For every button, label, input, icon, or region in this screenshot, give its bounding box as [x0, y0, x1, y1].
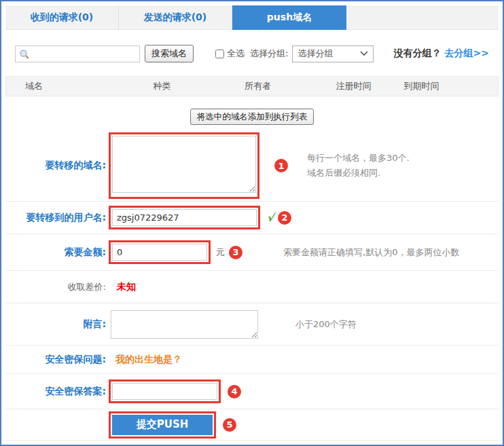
- chevron-down-icon: [360, 51, 368, 56]
- amount-label: 索要金额:: [5, 246, 106, 259]
- row-amount: 索要金额: 元 3 索要金额请正确填写,默认为0，最多两位小数: [5, 234, 499, 270]
- search-input[interactable]: [16, 46, 139, 62]
- domains-hint-line2: 域名后缀必须相同.: [307, 166, 410, 181]
- row-security-answer: 安全密保答案: 4: [5, 373, 499, 409]
- amount-unit: 元: [216, 246, 225, 259]
- amount-highlight-box: [109, 240, 211, 264]
- tab-push-domain[interactable]: push域名: [232, 5, 346, 30]
- tabbar-filler: [346, 5, 499, 29]
- row-message: 附言: 小于200个字符: [5, 303, 499, 345]
- row-security-question: 安全密保问题: 我的出生地是？: [5, 345, 499, 373]
- bottom-divider: [5, 440, 499, 441]
- step-badge-1: 1: [274, 159, 288, 172]
- amount-input[interactable]: [112, 244, 207, 261]
- select-all-label: 全选: [227, 48, 245, 60]
- row-username: 要转移到的用户名: √ 2: [5, 201, 499, 234]
- security-question-value: 我的出生地是？: [115, 354, 182, 366]
- step-badge-4: 4: [228, 385, 241, 398]
- security-question-label: 安全密保问题:: [5, 354, 106, 366]
- tab-sent-requests[interactable]: 发送的请求(0): [119, 5, 232, 30]
- search-icon: [19, 49, 30, 60]
- message-hint: 小于200个字符: [295, 317, 357, 332]
- username-label: 要转移到的用户名:: [5, 212, 106, 224]
- price-diff-value: 未知: [117, 281, 136, 293]
- tab-received-requests[interactable]: 收到的请求(0): [5, 5, 119, 30]
- security-answer-label: 安全密保答案:: [5, 386, 106, 398]
- select-all-checkbox[interactable]: [215, 50, 224, 58]
- col-domain: 域名: [6, 80, 134, 92]
- row-price-diff: 收取差价: 未知: [5, 270, 499, 303]
- group-links: 没有分组？ 去分组>>: [394, 48, 489, 60]
- domains-label: 要转移的域名:: [5, 160, 106, 172]
- no-group-text: 没有分组？: [394, 48, 442, 58]
- col-type: 种类: [134, 80, 226, 92]
- submit-push-button[interactable]: 提交PUSH: [112, 415, 213, 435]
- toolbar: 搜索域名 全选 选择分组: 选择分组 没有分组？ 去分组>>: [5, 42, 499, 65]
- go-group-link[interactable]: 去分组>>: [445, 48, 489, 58]
- amount-hint: 索要金额请正确填写,默认为0，最多两位小数: [283, 245, 459, 260]
- add-row: 将选中的域名添加到执行列表: [5, 109, 499, 125]
- select-all-group: 全选: [215, 48, 245, 60]
- add-selected-domains-button[interactable]: 将选中的域名添加到执行列表: [190, 109, 314, 125]
- domains-highlight-box: [109, 132, 259, 199]
- username-highlight-box: [109, 206, 260, 229]
- message-label: 附言:: [5, 318, 106, 331]
- push-form: 要转移的域名: 1 每行一个域名，最多30个. 域名后缀必须相同. 要转移到的用…: [5, 130, 499, 441]
- step-badge-2: 2: [278, 211, 291, 225]
- step-badge-5: 5: [223, 418, 236, 432]
- username-valid-check-icon: √: [267, 212, 274, 224]
- domains-hint-line1: 每行一个域名，最多30个.: [307, 151, 410, 166]
- security-answer-highlight-box: [109, 379, 221, 403]
- group-select[interactable]: 选择分组: [292, 45, 374, 62]
- price-diff-label: 收取差价:: [5, 281, 106, 293]
- submit-highlight-box: 提交PUSH: [109, 411, 216, 439]
- col-exp-date: 到期时间: [384, 80, 498, 92]
- col-reg-date: 注册时间: [317, 80, 385, 92]
- tab-bar: 收到的请求(0) 发送的请求(0) push域名: [5, 5, 499, 30]
- row-domains: 要转移的域名: 1 每行一个域名，最多30个. 域名后缀必须相同.: [5, 130, 499, 201]
- message-textarea[interactable]: [111, 310, 258, 339]
- search-domain-button[interactable]: 搜索域名: [145, 45, 194, 62]
- group-select-value: 选择分组: [298, 48, 333, 60]
- push-domain-page: 收到的请求(0) 发送的请求(0) push域名 搜索域名 全选 选择分组: 选…: [0, 0, 504, 446]
- group-select-label: 选择分组:: [250, 48, 288, 60]
- username-input[interactable]: [112, 209, 257, 226]
- security-answer-input[interactable]: [112, 383, 217, 400]
- search-box: [15, 45, 140, 62]
- step-badge-3: 3: [229, 246, 242, 259]
- col-owner: 所有者: [226, 80, 317, 92]
- domains-hint: 每行一个域名，最多30个. 域名后缀必须相同.: [307, 151, 410, 181]
- domains-textarea[interactable]: [112, 136, 256, 193]
- domain-table-header: 域名 种类 所有者 注册时间 到期时间: [5, 76, 499, 96]
- row-submit: 提交PUSH 5: [5, 409, 499, 440]
